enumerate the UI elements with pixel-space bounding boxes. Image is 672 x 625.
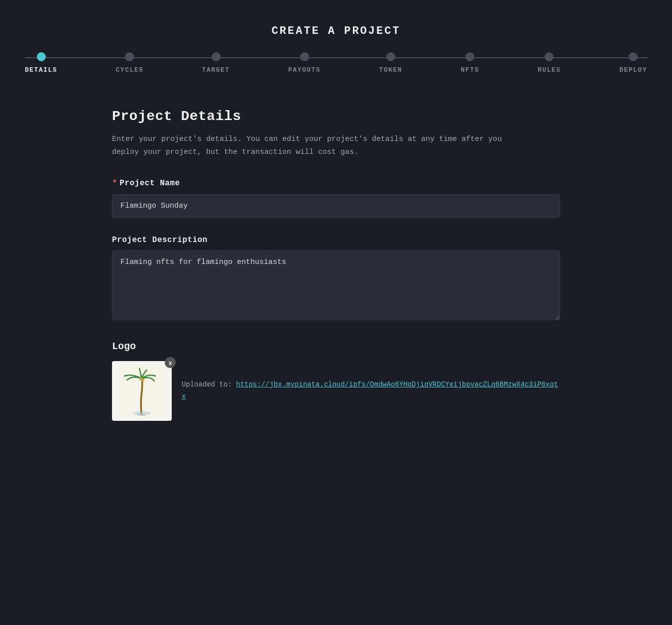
stepper-dot-details: [37, 52, 46, 61]
logo-section: Logo: [112, 341, 560, 421]
project-description-input[interactable]: Flaming nfts for flamingo enthusiasts: [112, 250, 560, 320]
stepper-label-nfts: NFTS: [461, 66, 479, 74]
stepper: DETAILS CYCLES TARGET PAYOUTS TOKEN NFTS…: [20, 52, 652, 74]
stepper-dot-rules: [545, 52, 554, 61]
remove-logo-button[interactable]: x: [165, 357, 176, 368]
project-name-group: * Project Name: [112, 178, 560, 218]
logo-svg: Project: [112, 361, 172, 421]
stepper-item-rules[interactable]: RULES: [538, 52, 561, 74]
project-description-label: Project Description: [112, 236, 560, 245]
stepper-label-details: DETAILS: [25, 66, 57, 74]
stepper-item-details[interactable]: DETAILS: [25, 52, 57, 74]
logo-preview: Project: [112, 361, 172, 421]
stepper-dot-deploy: [629, 52, 638, 61]
stepper-label-token: TOKEN: [379, 66, 403, 74]
logo-label: Logo: [112, 341, 560, 352]
stepper-label-rules: RULES: [538, 66, 561, 74]
stepper-label-deploy: DEPLOY: [619, 66, 647, 74]
stepper-dot-nfts: [465, 52, 474, 61]
project-name-input[interactable]: [112, 194, 560, 218]
stepper-label-cycles: CYCLES: [116, 66, 144, 74]
stepper-dot-token: [386, 52, 395, 61]
section-title: Project Details: [112, 109, 560, 124]
stepper-dot-target: [212, 52, 221, 61]
upload-text: Uploaded to:: [182, 380, 232, 388]
logo-upload-info: Uploaded to: https://jbx.mypinata.cloud/…: [182, 379, 560, 403]
svg-point-2: [141, 378, 144, 381]
stepper-label-payouts: PAYOUTS: [288, 66, 321, 74]
stepper-dot-payouts: [300, 52, 309, 61]
stepper-item-token[interactable]: TOKEN: [379, 52, 403, 74]
stepper-item-payouts[interactable]: PAYOUTS: [288, 52, 321, 74]
svg-text:Project: Project: [138, 413, 146, 416]
stepper-dot-cycles: [125, 52, 134, 61]
stepper-item-cycles[interactable]: CYCLES: [116, 52, 144, 74]
page-title: CREATE A PROJECT: [20, 15, 652, 37]
logo-row: Project x Uploaded to: https://jbx.mypin…: [112, 361, 560, 421]
stepper-item-deploy[interactable]: DEPLOY: [619, 52, 647, 74]
section-description: Enter your project's details. You can ed…: [112, 133, 520, 158]
logo-preview-wrapper: Project x: [112, 361, 172, 421]
project-description-group: Project Description Flaming nfts for fla…: [112, 236, 560, 323]
project-name-label: * Project Name: [112, 178, 560, 188]
stepper-item-target[interactable]: TARGET: [202, 52, 230, 74]
stepper-item-nfts[interactable]: NFTS: [461, 52, 479, 74]
main-content: Project Details Enter your project's det…: [112, 99, 560, 431]
required-star: *: [112, 178, 117, 188]
stepper-label-target: TARGET: [202, 66, 230, 74]
upload-link[interactable]: https://jbx.mypinata.cloud/ipfs/QmdwAo6Y…: [182, 380, 558, 400]
